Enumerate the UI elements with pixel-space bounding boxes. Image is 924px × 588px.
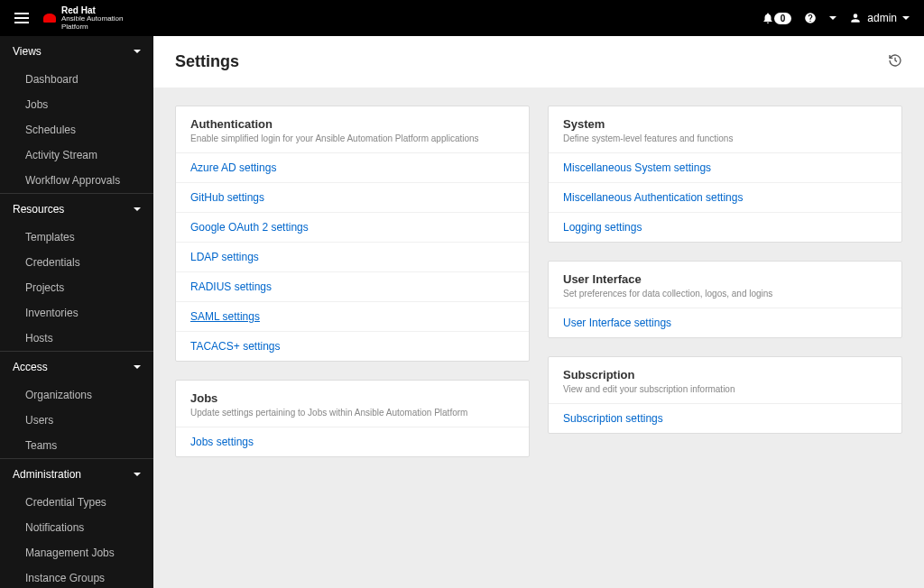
nav-item[interactable]: Templates — [0, 225, 153, 250]
card-header: AuthenticationEnable simplified login fo… — [176, 106, 529, 153]
card-body: Jobs settings — [176, 427, 529, 456]
notification-count: 0 — [774, 13, 792, 24]
settings-card: JobsUpdate settings pertaining to Jobs w… — [175, 380, 530, 457]
brand-sub: Platform — [61, 23, 124, 32]
card-header: SubscriptionView and edit your subscript… — [549, 357, 901, 404]
nav-item[interactable]: Notifications — [0, 515, 153, 540]
settings-card: SystemDefine system-level features and f… — [548, 106, 902, 243]
history-icon — [888, 53, 902, 68]
settings-link[interactable]: RADIUS settings — [176, 272, 529, 302]
card-description: Define system-level features and functio… — [563, 133, 887, 143]
content: AuthenticationEnable simplified login fo… — [153, 87, 924, 475]
card-title: Jobs — [190, 391, 514, 405]
notifications-button[interactable]: 0 — [762, 12, 792, 24]
nav-item[interactable]: Workflow Approvals — [0, 168, 153, 193]
brand-logo[interactable]: Red Hat Ansible Automation Platform — [43, 5, 124, 32]
redhat-icon — [43, 14, 56, 23]
chevron-down-icon — [134, 207, 141, 211]
card-header: User InterfaceSet preferences for data c… — [549, 262, 901, 308]
card-title: Authentication — [190, 117, 514, 131]
card-title: System — [563, 117, 887, 131]
card-description: View and edit your subscription informat… — [563, 384, 887, 394]
nav-section-header[interactable]: Views — [0, 36, 153, 67]
card-body: User Interface settings — [549, 308, 901, 337]
nav-section-label: Access — [13, 361, 48, 373]
nav-section-label: Views — [13, 45, 42, 58]
nav-section-header[interactable]: Resources — [0, 194, 153, 225]
nav-items: DashboardJobsSchedulesActivity StreamWor… — [0, 67, 153, 193]
brand-text: Red Hat Ansible Automation Platform — [61, 5, 124, 32]
nav-items: Credential TypesNotificationsManagement … — [0, 490, 153, 588]
nav-item[interactable]: Teams — [0, 433, 153, 458]
settings-card: User InterfaceSet preferences for data c… — [548, 261, 902, 338]
nav-section: ViewsDashboardJobsSchedulesActivity Stre… — [0, 36, 153, 193]
settings-link[interactable]: Logging settings — [549, 213, 901, 242]
settings-link[interactable]: TACACS+ settings — [176, 332, 529, 361]
settings-link[interactable]: LDAP settings — [176, 243, 529, 272]
settings-link[interactable]: Miscellaneous System settings — [549, 153, 901, 183]
user-menu[interactable]: admin — [849, 12, 910, 24]
username-label: admin — [867, 12, 897, 24]
nav-item[interactable]: Dashboard — [0, 67, 153, 92]
nav-items: TemplatesCredentialsProjectsInventoriesH… — [0, 225, 153, 351]
card-header: JobsUpdate settings pertaining to Jobs w… — [176, 381, 529, 427]
card-description: Update settings pertaining to Jobs withi… — [190, 408, 514, 418]
settings-link[interactable]: Miscellaneous Authentication settings — [549, 183, 901, 213]
chevron-down-icon — [134, 365, 141, 369]
topbar-left: Red Hat Ansible Automation Platform — [14, 5, 124, 32]
nav-item[interactable]: Hosts — [0, 326, 153, 351]
nav-item[interactable]: Activity Stream — [0, 142, 153, 168]
left-column: AuthenticationEnable simplified login fo… — [175, 106, 530, 457]
nav-item[interactable]: Inventories — [0, 300, 153, 326]
page-header: Settings — [153, 36, 924, 87]
card-description: Enable simplified login for your Ansible… — [190, 133, 514, 143]
nav-item[interactable]: Projects — [0, 275, 153, 300]
nav-item[interactable]: Instance Groups — [0, 565, 153, 588]
nav-item[interactable]: Credential Types — [0, 490, 153, 515]
bell-icon — [762, 12, 774, 24]
settings-link[interactable]: User Interface settings — [549, 308, 901, 337]
settings-link[interactable]: Jobs settings — [176, 427, 529, 456]
menu-toggle[interactable] — [14, 13, 29, 23]
settings-link[interactable]: Google OAuth 2 settings — [176, 213, 529, 243]
main: Settings AuthenticationEnable simplified… — [153, 36, 924, 588]
history-button[interactable] — [888, 53, 902, 70]
topbar: Red Hat Ansible Automation Platform 0 ad… — [0, 0, 924, 36]
card-title: Subscription — [563, 368, 887, 381]
nav-item[interactable]: Management Jobs — [0, 540, 153, 565]
sidebar: ViewsDashboardJobsSchedulesActivity Stre… — [0, 36, 153, 588]
settings-card: AuthenticationEnable simplified login fo… — [175, 106, 530, 362]
settings-link[interactable]: Azure AD settings — [176, 153, 529, 183]
page-title: Settings — [175, 52, 239, 71]
nav-section: AccessOrganizationsUsersTeams — [0, 351, 153, 458]
nav-item[interactable]: Jobs — [0, 92, 153, 117]
settings-link[interactable]: GitHub settings — [176, 183, 529, 213]
card-body: Subscription settings — [549, 404, 901, 433]
question-icon — [804, 12, 817, 24]
card-body: Azure AD settingsGitHub settingsGoogle O… — [176, 153, 529, 361]
help-caret-icon[interactable] — [829, 16, 836, 20]
nav-section-header[interactable]: Administration — [0, 459, 153, 490]
settings-link[interactable]: Subscription settings — [549, 404, 901, 433]
topbar-right: 0 admin — [762, 12, 910, 24]
nav-item[interactable]: Credentials — [0, 250, 153, 275]
user-icon — [849, 12, 862, 24]
nav-item[interactable]: Schedules — [0, 117, 153, 142]
nav-item[interactable]: Users — [0, 408, 153, 433]
card-title: User Interface — [563, 272, 887, 286]
settings-link[interactable]: SAML settings — [176, 302, 529, 332]
settings-card: SubscriptionView and edit your subscript… — [548, 356, 902, 434]
nav-section-label: Resources — [13, 203, 64, 216]
nav-section-label: Administration — [13, 468, 81, 481]
card-header: SystemDefine system-level features and f… — [549, 106, 901, 153]
user-caret-icon — [902, 16, 910, 20]
nav-section: ResourcesTemplatesCredentialsProjectsInv… — [0, 193, 153, 351]
help-button[interactable] — [804, 12, 817, 24]
nav-section-header[interactable]: Access — [0, 352, 153, 382]
chevron-down-icon — [134, 50, 141, 53]
right-column: SystemDefine system-level features and f… — [548, 106, 902, 434]
card-description: Set preferences for data collection, log… — [563, 289, 887, 299]
nav-item[interactable]: Organizations — [0, 382, 153, 408]
card-body: Miscellaneous System settingsMiscellaneo… — [549, 153, 901, 242]
nav-section: AdministrationCredential TypesNotificati… — [0, 458, 153, 588]
